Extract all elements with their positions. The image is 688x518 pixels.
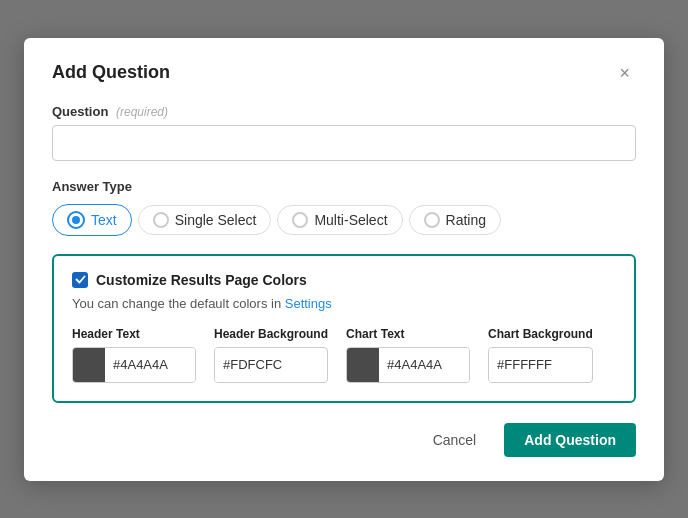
- add-question-modal: Add Question × Question (required) Answe…: [24, 38, 664, 481]
- chart-background-field: Chart Background: [488, 327, 593, 383]
- header-background-field: Header Background: [214, 327, 328, 383]
- customize-hint: You can change the default colors in Set…: [72, 296, 616, 311]
- customize-title: Customize Results Page Colors: [96, 272, 307, 288]
- header-text-input-row: [72, 347, 196, 383]
- chart-text-input-row: [346, 347, 470, 383]
- header-background-value[interactable]: [215, 348, 315, 382]
- chart-text-field: Chart Text: [346, 327, 470, 383]
- checkmark-icon: [75, 274, 86, 285]
- header-background-input-row: [214, 347, 328, 383]
- customize-checkbox[interactable]: [72, 272, 88, 288]
- radio-option-text[interactable]: Text: [52, 204, 132, 236]
- radio-circle-single-select: [153, 212, 169, 228]
- header-text-field: Header Text: [72, 327, 196, 383]
- modal-footer: Cancel Add Question: [52, 423, 636, 457]
- modal-header: Add Question ×: [52, 62, 636, 84]
- radio-option-single-select[interactable]: Single Select: [138, 205, 272, 235]
- radio-circle-multi-select: [292, 212, 308, 228]
- chart-text-label: Chart Text: [346, 327, 470, 341]
- radio-option-multi-select[interactable]: Multi-Select: [277, 205, 402, 235]
- chart-text-swatch[interactable]: [347, 348, 379, 382]
- customize-box: Customize Results Page Colors You can ch…: [52, 254, 636, 403]
- question-input[interactable]: [52, 125, 636, 161]
- header-text-value[interactable]: [105, 348, 195, 382]
- svg-point-1: [72, 216, 80, 224]
- header-background-label: Header Background: [214, 327, 328, 341]
- chart-text-value[interactable]: [379, 348, 469, 382]
- chart-background-label: Chart Background: [488, 327, 593, 341]
- question-field-label: Question (required): [52, 104, 636, 119]
- header-text-label: Header Text: [72, 327, 196, 341]
- radio-circle-rating: [424, 212, 440, 228]
- radio-check-icon-text: [67, 211, 85, 229]
- add-question-button[interactable]: Add Question: [504, 423, 636, 457]
- answer-type-label: Answer Type: [52, 179, 636, 194]
- modal-title: Add Question: [52, 62, 170, 83]
- color-fields: Header Text Header Background Chart Text: [72, 327, 616, 383]
- settings-link[interactable]: Settings: [285, 296, 332, 311]
- customize-header: Customize Results Page Colors: [72, 272, 616, 288]
- cancel-button[interactable]: Cancel: [417, 424, 493, 456]
- header-text-swatch[interactable]: [73, 348, 105, 382]
- close-button[interactable]: ×: [613, 62, 636, 84]
- chart-background-input-row: [488, 347, 593, 383]
- radio-option-rating[interactable]: Rating: [409, 205, 501, 235]
- chart-background-value[interactable]: [489, 348, 589, 382]
- answer-type-radio-group: Text Single Select Multi-Select Rating: [52, 204, 636, 236]
